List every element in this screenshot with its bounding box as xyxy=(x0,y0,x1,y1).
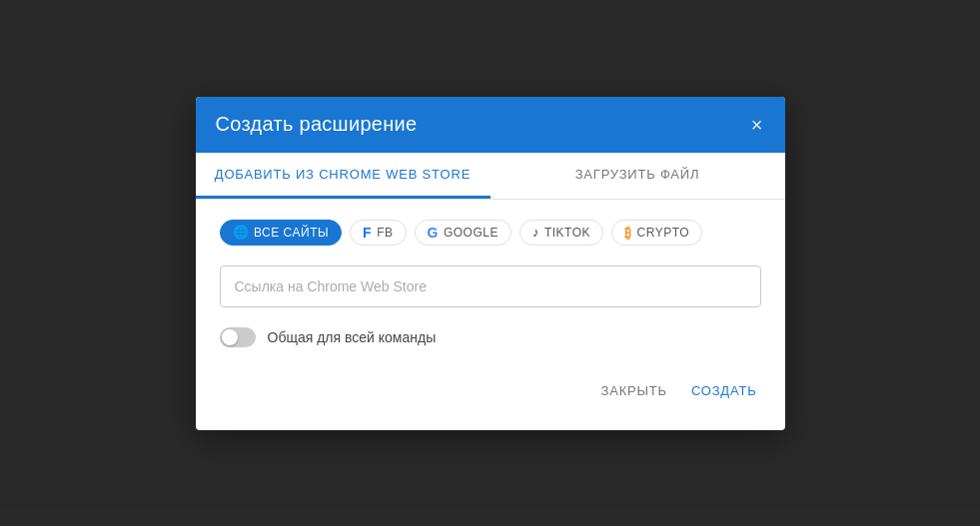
chip-google-label: GOOGLE xyxy=(444,226,498,240)
chip-fb-label: FB xyxy=(377,226,393,240)
dialog-body: 🌐 ВСЕ САЙТЫ f FB G GOOGLE ♪ TIKTOK ₿ xyxy=(196,200,785,430)
bitcoin-icon: ₿ xyxy=(624,226,632,240)
chip-all-label: ВСЕ САЙТЫ xyxy=(254,226,329,240)
close-button[interactable]: × xyxy=(749,113,765,137)
overlay: Создать расширение × ДОБАВИТЬ ИЗ CHROME … xyxy=(0,0,980,526)
google-icon: G xyxy=(428,226,439,240)
chip-all[interactable]: 🌐 ВСЕ САЙТЫ xyxy=(220,220,343,246)
dialog-title: Создать расширение xyxy=(216,113,418,136)
dialog-actions: ЗАКРЫТЬ СОЗДАТЬ xyxy=(220,375,761,406)
tab-upload-file[interactable]: ЗАГРУЗИТЬ ФАЙЛ xyxy=(490,153,785,199)
team-shared-toggle[interactable] xyxy=(220,327,256,347)
fb-icon: f xyxy=(363,226,372,240)
globe-icon: 🌐 xyxy=(233,226,250,239)
dialog-header: Создать расширение × xyxy=(196,97,785,153)
toggle-label: Общая для всей команды xyxy=(268,329,437,345)
tiktok-icon: ♪ xyxy=(532,226,539,239)
chip-fb[interactable]: f FB xyxy=(350,220,406,246)
dialog: Создать расширение × ДОБАВИТЬ ИЗ CHROME … xyxy=(196,97,785,430)
url-input-wrapper xyxy=(220,265,761,307)
filter-chips: 🌐 ВСЕ САЙТЫ f FB G GOOGLE ♪ TIKTOK ₿ xyxy=(220,220,761,246)
chip-tiktok-label: TIKTOK xyxy=(544,226,590,240)
chip-crypto-label: CRYPTO xyxy=(637,226,690,240)
chip-crypto[interactable]: ₿ CRYPTO xyxy=(611,220,702,246)
toggle-row: Общая для всей команды xyxy=(220,327,761,347)
tab-chrome-store[interactable]: ДОБАВИТЬ ИЗ CHROME WEB STORE xyxy=(196,153,490,199)
tabs-container: ДОБАВИТЬ ИЗ CHROME WEB STORE ЗАГРУЗИТЬ Ф… xyxy=(196,153,785,200)
cancel-button[interactable]: ЗАКРЫТЬ xyxy=(597,375,671,406)
url-input[interactable] xyxy=(220,265,761,307)
chip-tiktok[interactable]: ♪ TIKTOK xyxy=(519,220,603,246)
chip-google[interactable]: G GOOGLE xyxy=(415,220,511,246)
create-button[interactable]: СОЗДАТЬ xyxy=(687,375,761,406)
